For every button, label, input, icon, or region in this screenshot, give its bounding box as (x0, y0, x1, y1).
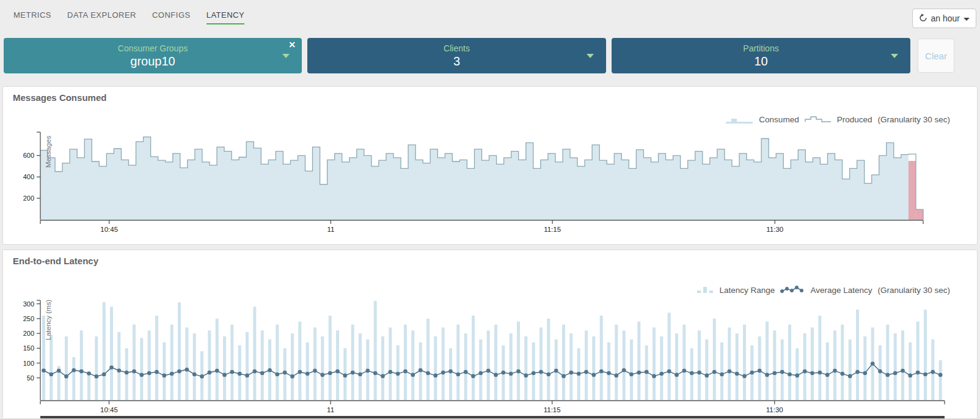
svg-text:11:15: 11:15 (544, 226, 561, 233)
svg-text:10:45: 10:45 (100, 406, 118, 413)
svg-text:11:30: 11:30 (766, 406, 783, 413)
svg-text:11: 11 (327, 406, 334, 413)
svg-text:50: 50 (27, 374, 34, 382)
partitions-label: Partitions (743, 43, 778, 54)
partitions-value: 10 (754, 54, 767, 69)
end-to-end-latency-panel: End-to-end Latency Latency Range Average… (2, 250, 978, 419)
time-range-label: an hour (931, 13, 960, 23)
filter-row: ✕ Consumer Groups group10 Clients 3 Part… (0, 38, 980, 73)
svg-text:11:30: 11:30 (766, 226, 783, 233)
svg-text:100: 100 (23, 360, 34, 367)
tab-configs[interactable]: CONFIGS (152, 10, 191, 24)
tab-latency[interactable]: LATENCY (207, 10, 245, 24)
tab-metrics[interactable]: METRICS (13, 10, 51, 24)
svg-text:400: 400 (23, 173, 34, 180)
svg-text:200: 200 (23, 330, 34, 337)
history-icon (919, 13, 927, 24)
svg-text:Latency (ms): Latency (ms) (45, 300, 52, 341)
consumer-groups-label: Consumer Groups (118, 43, 188, 54)
tab-list: METRICS DATA EXPLORER CONFIGS LATENCY (13, 10, 244, 24)
partitions-dropdown[interactable]: Partitions 10 (612, 38, 910, 73)
svg-text:150: 150 (23, 344, 34, 352)
clients-value: 3 (453, 54, 460, 69)
consumer-groups-dropdown[interactable]: ✕ Consumer Groups group10 (4, 38, 302, 73)
time-range-selector[interactable]: an hour (912, 9, 976, 28)
svg-text:600: 600 (23, 152, 34, 159)
svg-text:10:45: 10:45 (100, 226, 118, 233)
caret-down-icon (282, 54, 290, 58)
consumer-groups-value: group10 (130, 54, 175, 69)
top-tab-bar: METRICS DATA EXPLORER CONFIGS LATENCY an… (0, 0, 980, 31)
svg-text:200: 200 (23, 195, 34, 202)
svg-text:11: 11 (327, 226, 334, 233)
caret-down-icon (964, 18, 970, 21)
svg-text:250: 250 (23, 315, 34, 322)
svg-text:11:15: 11:15 (544, 406, 561, 413)
messages-consumed-panel: Messages Consumed Consumed Produced (Gra… (2, 86, 978, 245)
svg-text:Messages: Messages (45, 136, 52, 168)
close-icon[interactable]: ✕ (288, 40, 296, 49)
clients-dropdown[interactable]: Clients 3 (307, 38, 606, 73)
caret-down-icon (891, 54, 898, 58)
clients-label: Clients (444, 43, 470, 54)
svg-text:300: 300 (23, 300, 34, 308)
clear-filters-button[interactable]: Clear (918, 39, 954, 73)
tab-data-explorer[interactable]: DATA EXPLORER (67, 10, 136, 24)
end-to-end-latency-chart[interactable]: 5010015020025030010:451111:1511:30Latenc… (3, 250, 977, 418)
caret-down-icon (587, 54, 594, 58)
messages-consumed-chart[interactable]: 20040060010:451111:1511:30Messages (3, 87, 977, 244)
